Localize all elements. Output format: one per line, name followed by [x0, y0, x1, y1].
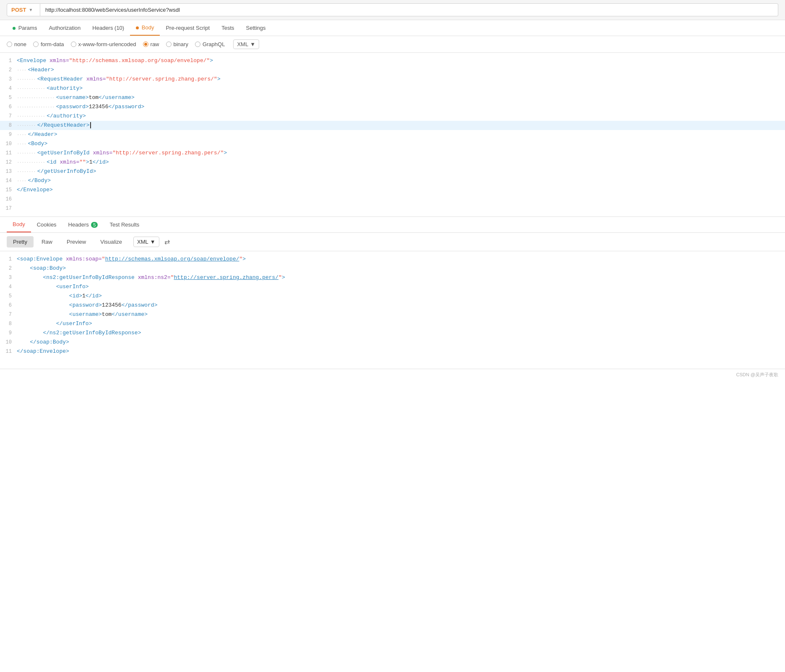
body-dot [136, 26, 139, 29]
params-dot [13, 27, 16, 30]
resp-line-11: 11 </soap:Envelope> [0, 347, 785, 356]
body-format-label: XML [237, 41, 248, 47]
code-line-9: 9 ···· </Header> [0, 130, 785, 139]
tab-cookies-label: Cookies [37, 221, 57, 228]
tab-authorization-label: Authorization [49, 25, 81, 31]
view-bar: Pretty Raw Preview Visualize XML ▼ ⇄ [0, 233, 785, 251]
tab-settings-label: Settings [246, 25, 266, 31]
resp-line-5: 5 <id>1</id> [0, 292, 785, 301]
code-line-10: 10 ···· <Body> [0, 139, 785, 148]
view-pretty-button[interactable]: Pretty [7, 236, 34, 247]
tab-headers-label: Headers (10) [92, 25, 124, 31]
response-format-label: XML [137, 239, 148, 245]
code-line-1: 1 <Envelope xmlns="http://schemas.xmlsoa… [0, 56, 785, 65]
top-tab-bar: Params Authorization Headers (10) Body P… [0, 20, 785, 36]
code-line-3: 3 ········ <RequestHeader xmlns="http://… [0, 75, 785, 84]
resp-line-9: 9 </ns2:getUserInfoByIdResponse> [0, 328, 785, 338]
tab-response-headers[interactable]: Headers 5 [62, 217, 104, 232]
code-line-15: 15 </Envelope> [0, 185, 785, 195]
tab-test-results-label: Test Results [109, 221, 139, 228]
code-line-5: 5 ················ <username>tom</userna… [0, 93, 785, 102]
resp-line-4: 4 <userInfo> [0, 282, 785, 292]
url-input[interactable] [40, 3, 778, 16]
footer-text: CSDN @吴声子夜歌 [736, 372, 778, 377]
resp-line-10: 10 </soap:Body> [0, 338, 785, 347]
tab-cookies[interactable]: Cookies [31, 217, 62, 232]
response-format-dropdown[interactable]: XML ▼ [133, 237, 159, 247]
radio-urlencoded [71, 42, 76, 47]
tab-body-label: Body [142, 24, 154, 31]
resp-line-3: 3 <ns2:getUserInfoByIdResponse xmlns:ns2… [0, 273, 785, 282]
body-type-graphql[interactable]: GraphQL [195, 41, 225, 47]
tab-authorization[interactable]: Authorization [43, 21, 86, 35]
body-type-binary[interactable]: binary [166, 41, 188, 47]
response-code-area: 1 <soap:Envelope xmlns:soap="http://sche… [0, 251, 785, 369]
tab-tests-label: Tests [221, 25, 234, 31]
radio-binary [166, 42, 172, 47]
code-line-6: 6 ················ <password>123456</pas… [0, 102, 785, 112]
code-line-16: 16 [0, 195, 785, 204]
code-line-11: 11 ········ <getUserInfoById xmlns="http… [0, 148, 785, 158]
view-raw-button[interactable]: Raw [35, 236, 59, 247]
body-type-raw[interactable]: raw [143, 41, 159, 47]
code-line-12: 12 ············ <id xmlns="">1</id> [0, 158, 785, 167]
resp-line-7: 7 <username>tom</username> [0, 310, 785, 319]
code-line-17: 17 [0, 204, 785, 213]
resp-line-1: 1 <soap:Envelope xmlns:soap="http://sche… [0, 255, 785, 264]
response-panel: Body Cookies Headers 5 Test Results Pret… [0, 217, 785, 369]
resp-line-2: 2 <soap:Body> [0, 264, 785, 273]
tab-response-body[interactable]: Body [7, 217, 31, 232]
method-select[interactable]: POST ▼ [7, 3, 40, 16]
code-line-13: 13 ········ </getUserInfoById> [0, 167, 785, 176]
method-chevron-icon: ▼ [29, 8, 33, 12]
tab-test-results[interactable]: Test Results [104, 217, 145, 232]
tab-prerequest[interactable]: Pre-request Script [160, 21, 216, 35]
radio-formdata [33, 42, 39, 47]
code-line-7: 7 ············ </authority> [0, 112, 785, 121]
resp-line-6: 6 <password>123456</password> [0, 301, 785, 310]
tab-params-label: Params [18, 25, 37, 31]
tab-settings[interactable]: Settings [240, 21, 272, 35]
tab-response-body-label: Body [13, 221, 25, 227]
body-type-urlencoded[interactable]: x-www-form-urlencoded [71, 41, 136, 47]
tab-params[interactable]: Params [7, 21, 43, 35]
body-type-bar: none form-data x-www-form-urlencoded raw… [0, 36, 785, 53]
body-type-none[interactable]: none [7, 41, 26, 47]
url-bar: POST ▼ [0, 0, 785, 20]
tab-prerequest-label: Pre-request Script [166, 25, 210, 31]
radio-none [7, 42, 12, 47]
response-tab-bar: Body Cookies Headers 5 Test Results [0, 217, 785, 233]
filter-icon[interactable]: ⇄ [164, 238, 170, 246]
footer: CSDN @吴声子夜歌 [0, 369, 785, 380]
tab-response-headers-label: Headers [68, 221, 91, 228]
method-label: POST [11, 7, 26, 13]
headers-count-badge: 5 [91, 222, 98, 228]
view-visualize-button[interactable]: Visualize [94, 236, 128, 247]
tab-tests[interactable]: Tests [216, 21, 240, 35]
body-format-chevron: ▼ [250, 41, 255, 47]
tab-body[interactable]: Body [130, 20, 160, 36]
body-type-formdata[interactable]: form-data [33, 41, 64, 47]
code-line-4: 4 ············ <authority> [0, 84, 785, 93]
code-line-8: 8 ········ </RequestHeader> [0, 121, 785, 130]
radio-graphql [195, 42, 200, 47]
code-line-14: 14 ···· </Body> [0, 176, 785, 185]
code-line-2: 2 ···· <Header> [0, 65, 785, 75]
tab-headers[interactable]: Headers (10) [86, 21, 130, 35]
request-editor[interactable]: 1 <Envelope xmlns="http://schemas.xmlsoa… [0, 53, 785, 217]
resp-line-8: 8 </userInfo> [0, 319, 785, 328]
view-preview-button[interactable]: Preview [60, 236, 92, 247]
response-format-chevron: ▼ [150, 239, 156, 245]
body-format-dropdown[interactable]: XML ▼ [233, 39, 259, 49]
radio-raw [143, 42, 148, 47]
